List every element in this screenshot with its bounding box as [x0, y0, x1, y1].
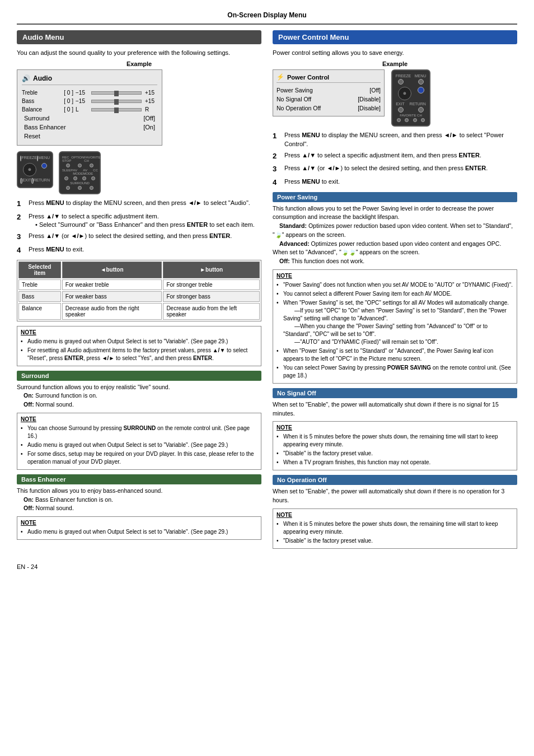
audio-menu-section: Audio Menu You can adjust the sound qual…	[17, 30, 261, 552]
col-left-btn: ◄button	[62, 262, 162, 278]
treble-slider[interactable]	[91, 91, 142, 95]
no-operation-notes: NOTE •When it is 5 minutes before the po…	[273, 508, 517, 549]
power-intro: Power control setting allows you to save…	[273, 49, 517, 57]
power-saving-body: This function allows you to set the Powe…	[273, 204, 517, 266]
nav-cross: ⊕	[23, 163, 36, 176]
power-example-area: ⚡ Power Control Power Saving [Off] No Si…	[273, 69, 517, 127]
bass-enhancer-row: Bass Enhancer [On]	[22, 123, 157, 132]
audio-step-2: 2 Press ▲/▼ to select a specific adjustm…	[17, 212, 261, 230]
table-row: Treble For weaker treble For stronger tr…	[18, 279, 260, 290]
no-operation-subsection: No Operation Off	[273, 475, 517, 485]
power-saving-subsection: Power Saving	[273, 192, 517, 202]
no-signal-subsection: No Signal Off	[273, 388, 517, 398]
enter-btn	[41, 163, 47, 169]
power-icon: ⚡	[277, 73, 284, 81]
power-example-label: Example	[273, 60, 517, 67]
power-menu-box: ⚡ Power Control Power Saving [Off] No Si…	[273, 69, 385, 116]
power-control-title: Power Control Menu	[273, 30, 517, 44]
page-footer: EN - 24	[17, 563, 517, 570]
audio-step-4: 4 Press MENU to exit.	[17, 245, 261, 255]
balance-row: Balance [ 0 ] L R	[22, 105, 157, 114]
power-menu-box-title: ⚡ Power Control	[277, 73, 381, 83]
col-right-btn: ►button	[163, 262, 260, 278]
no-signal-body: When set to "Enable", the power will aut…	[273, 400, 517, 418]
audio-intro: You can adjust the sound quality to your…	[17, 49, 261, 57]
audio-menu-title: Audio Menu	[17, 30, 261, 44]
remote-right-area: REC STOP OPTION FAVORITE CH SLEEP AV MOD…	[59, 151, 101, 194]
audio-steps: 1 Press MENU to display the MENU screen,…	[17, 199, 261, 255]
bass-enhancer-body: This function allows you to enjoy bass-e…	[17, 487, 261, 513]
surround-notes: NOTE •You can choose Surround by pressin…	[17, 413, 261, 470]
power-step-4: 4 Press MENU to exit.	[273, 178, 517, 188]
page-header: On-Screen Display Menu	[17, 11, 517, 19]
power-control-section: Power Control Menu Power control setting…	[273, 30, 517, 552]
no-operation-menu-row: No Operation Off [Disable]	[277, 104, 381, 113]
page-wrapper: On-Screen Display Menu Audio Menu You ca…	[17, 11, 517, 570]
bass-row: Bass [ 0 ] −15 +15	[22, 97, 157, 105]
balance-slider[interactable]	[91, 108, 142, 111]
power-steps: 1 Press MENU to display the MENU screen,…	[273, 131, 517, 187]
bass-enhancer-subsection-header: Bass Enhancer	[17, 474, 261, 484]
no-operation-body: When set to "Enable", the power will aut…	[273, 487, 517, 505]
surround-row: Surround [Off]	[22, 114, 157, 123]
audio-notes: NOTE •Audio menu is grayed out when Outp…	[17, 326, 261, 366]
audio-step-1: 1 Press MENU to display the MENU screen,…	[17, 199, 261, 209]
col-selected: Selected item	[18, 262, 61, 278]
remote-left: FREEZE MENU ⊕ EXIT RETURN	[17, 151, 53, 188]
audio-menu-box: 🔊 Audio Treble [ 0 ] −15 +15 Bass [ 0 ] …	[17, 69, 162, 146]
power-saving-menu-row: Power Saving [Off]	[277, 86, 381, 95]
reset-row: Reset	[22, 132, 157, 141]
table-row: Bass For weaker bass For stronger bass	[18, 291, 260, 302]
no-signal-menu-row: No Signal Off [Disable]	[277, 95, 381, 104]
bass-slider[interactable]	[91, 100, 142, 103]
audio-menu-box-title: 🔊 Audio	[22, 74, 157, 85]
treble-row: Treble [ 0 ] −15 +15	[22, 88, 157, 97]
speaker-icon: 🔊	[22, 74, 30, 82]
audio-table: Selected item ◄button ►button Treble For…	[17, 260, 261, 321]
power-saving-notes: NOTE •"Power Saving" does not function w…	[273, 269, 517, 384]
bass-notes: NOTE •Audio menu is grayed out when Outp…	[17, 516, 261, 540]
power-enter-btn	[418, 87, 424, 94]
remote-group-left: FREEZE MENU ⊕ EXIT RETURN	[17, 151, 261, 194]
audio-step-3: 3 Press ▲/▼ (or ◄/►) to select the desir…	[17, 232, 261, 242]
power-step-2: 2 Press ▲/▼ to select a specific adjustm…	[273, 151, 517, 161]
surround-subsection-header: Surround	[17, 371, 261, 381]
table-row: Balance Decrease audio from the right sp…	[18, 303, 260, 320]
surround-body: Surround function allows you to enjoy re…	[17, 383, 261, 409]
power-remote-illustration: FREEZE MENU ⊕ EXIT	[391, 69, 430, 127]
power-step-3: 3 Press ▲/▼ (or ◄/►) to select the desir…	[273, 164, 517, 174]
audio-example-label: Example	[17, 60, 261, 67]
no-signal-notes: NOTE •When it is 5 minutes before the po…	[273, 421, 517, 470]
power-nav-cross: ⊕	[398, 87, 411, 100]
power-step-1: 1 Press MENU to display the MENU screen,…	[273, 131, 517, 148]
